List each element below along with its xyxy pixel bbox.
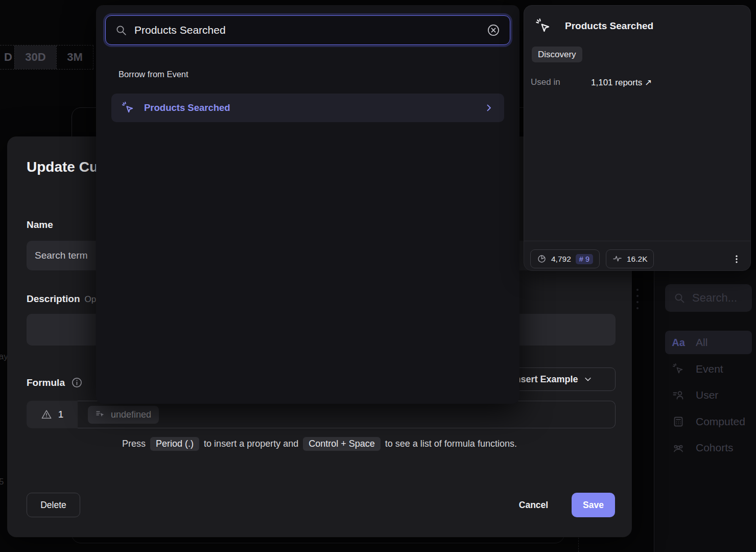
borrowed-property-icon: [96, 409, 106, 420]
event-cursor-icon: [122, 101, 135, 114]
app-root: D 30D 3M lay 5 Aa All Event: [0, 0, 756, 552]
formula-error-indicator[interactable]: 1: [27, 401, 78, 428]
event-search-field[interactable]: [105, 15, 510, 45]
search-icon: [673, 292, 686, 304]
formula-chip-label: undefined: [111, 409, 151, 420]
chevron-right-icon: [484, 103, 494, 113]
name-field-label: Name: [27, 219, 53, 231]
used-in-reports-link[interactable]: 1,101 reports ↗: [591, 77, 652, 88]
event-search-input[interactable]: [134, 24, 479, 36]
sidebar-search-input[interactable]: [692, 291, 743, 305]
property-type-sidebar: Aa All Event User: [654, 270, 756, 552]
formula-help-text: Press Period (.) to insert a property an…: [7, 437, 632, 451]
chevron-down-icon: [583, 375, 593, 384]
activity-pulse-icon: [612, 254, 622, 264]
event-search-dropdown: Borrow from Event Products Searched: [96, 5, 519, 404]
formula-property-chip[interactable]: undefined: [88, 406, 159, 424]
search-result-products-searched[interactable]: Products Searched: [111, 94, 504, 122]
search-icon: [115, 24, 127, 36]
kbd-period: Period (.): [150, 437, 199, 451]
formula-editor: 1 undefined: [27, 401, 616, 428]
event-card-title: Products Searched: [565, 20, 653, 32]
used-in-label: Used in: [531, 77, 591, 88]
modal-title: Update Cu: [27, 159, 98, 175]
warning-triangle-icon: [41, 409, 52, 420]
sidebar-item-label: User: [696, 389, 718, 401]
sidebar-item-label: Computed: [696, 416, 745, 428]
cohorts-people-icon: [672, 442, 684, 454]
kebab-menu-icon: [731, 254, 742, 264]
event-count-value: 4,792: [551, 255, 571, 264]
user-properties-icon: [672, 389, 684, 401]
time-range-button-30d[interactable]: 30D: [14, 45, 56, 69]
hint-text: to insert a property and: [204, 439, 298, 449]
save-button[interactable]: Save: [572, 493, 615, 517]
result-label: Products Searched: [144, 102, 475, 113]
close-circle-icon: [487, 24, 500, 37]
sidebar-item-all[interactable]: Aa All: [665, 331, 752, 354]
event-cursor-icon: [672, 363, 684, 375]
sidebar-search-field[interactable]: [665, 284, 752, 312]
time-range-button-3m[interactable]: 3M: [56, 45, 93, 69]
hint-text: to see a list of formula functions.: [385, 439, 517, 449]
sidebar-item-computed[interactable]: Computed: [665, 410, 752, 433]
cancel-button[interactable]: Cancel: [509, 493, 558, 517]
error-count: 1: [58, 409, 64, 420]
sidebar-item-label: All: [696, 336, 707, 349]
sidebar-item-label: Cohorts: [696, 442, 734, 454]
more-options-button[interactable]: [729, 251, 744, 267]
time-range-button-partial[interactable]: D: [0, 45, 14, 69]
results-section-label: Borrow from Event: [119, 70, 188, 79]
category-badge: Discovery: [532, 47, 582, 62]
sidebar-item-label: Event: [696, 363, 723, 375]
delete-button[interactable]: Delete: [27, 493, 80, 517]
description-field-label: Description: [27, 293, 80, 305]
event-volume-value: 16.2K: [627, 255, 648, 264]
event-cursor-icon: [535, 18, 552, 34]
formula-input[interactable]: undefined: [78, 401, 616, 428]
card-divider: [524, 241, 750, 241]
clear-search-button[interactable]: [486, 23, 501, 37]
pie-chart-icon: [537, 254, 547, 264]
event-detail-card: Products Searched Discovery Used in 1,10…: [524, 5, 751, 271]
hint-text: Press: [122, 439, 146, 449]
sidebar-item-cohorts[interactable]: Cohorts: [665, 436, 752, 459]
insert-example-label: Insert Example: [512, 374, 578, 385]
sidebar-item-event[interactable]: Event: [665, 357, 752, 381]
event-count-chip[interactable]: 4,792 # 9: [530, 249, 600, 268]
event-volume-chip[interactable]: 16.2K: [606, 249, 654, 268]
sidebar-item-user[interactable]: User: [665, 383, 752, 407]
background-chart-fragment: 5: [0, 477, 4, 487]
event-rank-badge: # 9: [576, 254, 593, 264]
panel-resize-handle[interactable]: [636, 289, 639, 309]
kbd-control-space: Control + Space: [303, 437, 381, 451]
text-type-icon: Aa: [672, 336, 684, 349]
time-range-selector: D 30D 3M: [0, 45, 93, 70]
info-icon[interactable]: [71, 377, 83, 388]
formula-field-label: Formula: [27, 377, 65, 388]
calculator-icon: [672, 416, 684, 428]
